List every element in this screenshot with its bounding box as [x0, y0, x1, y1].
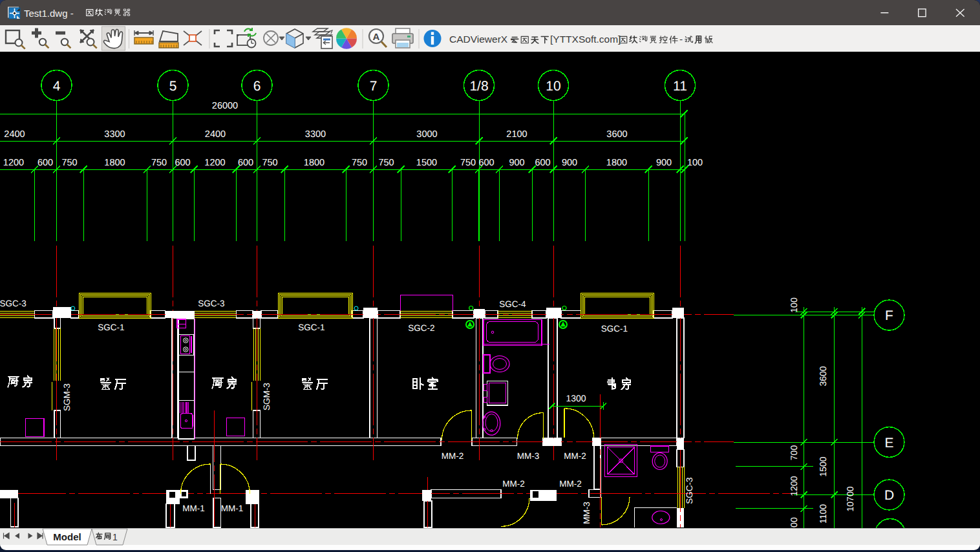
svg-text:CADViewerX -: CADViewerX -: [449, 34, 514, 45]
svg-text:MM-1: MM-1: [221, 504, 244, 513]
svg-text:[YTTXSoft.com]: [YTTXSoft.com]: [550, 34, 621, 45]
svg-text:SGC-3: SGC-3: [685, 477, 694, 504]
svg-text:600: 600: [37, 158, 53, 168]
svg-text:1500: 1500: [818, 456, 828, 476]
svg-text:700: 700: [789, 517, 799, 528]
svg-text:600: 600: [535, 158, 550, 168]
svg-text:SGC-2: SGC-2: [408, 323, 434, 333]
svg-text:A: A: [373, 31, 380, 42]
svg-text:1800: 1800: [104, 158, 125, 168]
svg-text:1200: 1200: [204, 158, 225, 168]
svg-text:Model: Model: [53, 531, 81, 542]
svg-text:SGC-4: SGC-4: [499, 299, 526, 309]
svg-text:600: 600: [175, 158, 190, 168]
svg-text:4: 4: [53, 79, 61, 94]
svg-text:750: 750: [378, 158, 394, 168]
svg-text:600: 600: [238, 158, 253, 168]
svg-text:1200: 1200: [789, 476, 799, 496]
svg-text:E: E: [884, 436, 893, 451]
svg-text:MM-2: MM-2: [559, 479, 582, 489]
svg-text:MM-2: MM-2: [502, 479, 525, 489]
svg-text:SGC-1: SGC-1: [601, 324, 628, 334]
svg-text:1800: 1800: [304, 158, 325, 168]
svg-text:10: 10: [546, 79, 560, 94]
svg-text:MM-1: MM-1: [182, 504, 205, 513]
svg-text:MM-2: MM-2: [442, 451, 464, 461]
svg-text:750: 750: [352, 158, 367, 168]
svg-text:100: 100: [687, 158, 703, 168]
svg-text:SGM-3: SGM-3: [262, 383, 272, 410]
svg-text:900: 900: [509, 158, 524, 168]
svg-text:900: 900: [562, 158, 577, 168]
svg-text:750: 750: [61, 158, 77, 168]
svg-text:700: 700: [789, 445, 799, 461]
svg-text:5: 5: [169, 79, 177, 94]
svg-text:SGC-1: SGC-1: [98, 323, 124, 332]
svg-text:7: 7: [370, 79, 378, 94]
svg-text:3600: 3600: [818, 366, 828, 386]
svg-text:3300: 3300: [305, 129, 326, 140]
svg-text:SGC-1: SGC-1: [298, 323, 325, 332]
svg-text:750: 750: [460, 158, 476, 168]
svg-text:750: 750: [262, 158, 277, 168]
svg-text:SGC-3: SGC-3: [0, 299, 27, 308]
svg-text:MM-3: MM-3: [582, 502, 591, 524]
svg-text:6: 6: [253, 79, 261, 94]
svg-text:1300: 1300: [566, 393, 586, 403]
svg-text:1100: 1100: [818, 504, 828, 524]
svg-text:2100: 2100: [506, 129, 527, 140]
svg-text:1200: 1200: [3, 158, 24, 168]
svg-text:D: D: [884, 488, 894, 503]
svg-text:MM-3: MM-3: [517, 451, 540, 461]
svg-text:11: 11: [673, 79, 687, 94]
svg-text:100: 100: [789, 297, 799, 313]
svg-text:-: -: [679, 34, 683, 45]
svg-text:3300: 3300: [104, 129, 125, 140]
svg-text:600: 600: [478, 158, 494, 168]
svg-text:MM-2: MM-2: [564, 451, 586, 461]
svg-text:F: F: [885, 308, 893, 323]
svg-text:1/8: 1/8: [469, 79, 488, 94]
svg-text:2400: 2400: [205, 129, 226, 140]
svg-text:Test1.dwg -: Test1.dwg -: [24, 8, 74, 19]
svg-text:10700: 10700: [845, 486, 855, 511]
svg-text:3000: 3000: [416, 129, 437, 140]
svg-text:2400: 2400: [4, 129, 25, 140]
svg-text:900: 900: [656, 158, 672, 168]
svg-text:26000: 26000: [212, 101, 238, 111]
svg-text:1: 1: [112, 532, 118, 542]
svg-text:1800: 1800: [606, 158, 627, 168]
svg-text:3600: 3600: [606, 129, 627, 140]
svg-text:750: 750: [151, 158, 167, 168]
svg-text:1500: 1500: [416, 158, 437, 168]
svg-text:SGC-3: SGC-3: [198, 299, 224, 308]
svg-text:SGM-3: SGM-3: [62, 383, 72, 411]
